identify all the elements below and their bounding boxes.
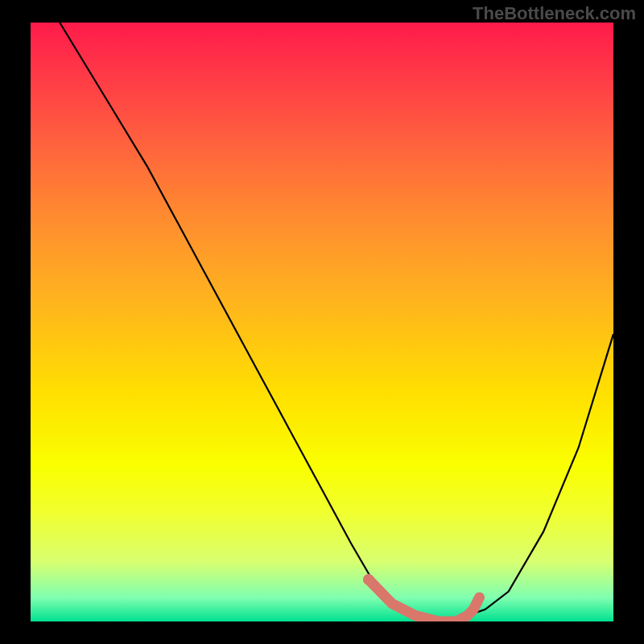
optimal-range-highlight bbox=[369, 580, 480, 621]
watermark-text: TheBottleneck.com bbox=[473, 3, 636, 24]
plot-area bbox=[31, 23, 613, 621]
chart-svg bbox=[31, 23, 613, 621]
bottleneck-curve bbox=[60, 23, 613, 621]
optimal-start-dot bbox=[363, 574, 374, 585]
